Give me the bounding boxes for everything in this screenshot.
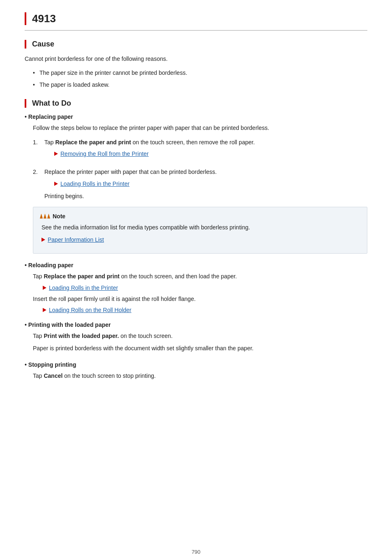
stopping-printing-label: Stopping printing [25,361,367,368]
note-header: Note [40,213,360,220]
reloading-body2: Insert the roll paper firmly until it is… [33,294,367,303]
note-arrow-icon [42,238,45,242]
reloading-paper-body: Tap Replace the paper and print on the t… [25,272,367,313]
page-wrapper: 4913 Cause Cannot print borderless for o… [25,12,367,555]
what-to-do-heading: What to Do [25,99,367,108]
printing-loaded-body2: Paper is printed borderless with the doc… [33,344,367,353]
loading-rolls-printer-link-1[interactable]: Loading Rolls in the Printer [60,179,129,188]
step-1-number: 1. [33,138,40,162]
reloading-bold: Replace the paper and print [44,273,119,280]
removing-roll-link[interactable]: Removing the Roll from the Printer [60,149,149,158]
reloading-arrow-icon-2 [43,308,46,312]
page-title: 4913 [25,12,367,25]
step-2-number: 2. [33,167,40,201]
note-triangle-2 [44,214,46,219]
replacing-paper-label: Replacing paper [25,113,367,120]
printing-loaded-tap-text: Tap Print with the loaded paper. on the … [33,331,367,340]
stopping-bold: Cancel [44,372,62,379]
stopping-printing-body: Tap Cancel on the touch screen to stop p… [25,371,367,380]
what-to-do-section: What to Do Replacing paper Follow the st… [25,99,367,380]
note-triangle-1 [40,214,43,219]
step-1-text-before: Tap [44,139,55,146]
replacing-paper-intro: Follow the steps below to replace the pr… [33,123,367,132]
note-triangle-3 [47,214,50,219]
cause-bullet-1: The paper size in the printer cannot be … [33,68,367,77]
step-2: 2. Replace the printer paper with paper … [33,167,367,201]
step-2-arrow-icon [54,182,58,186]
note-icon [40,214,50,219]
stopping-tap-text: Tap Cancel on the touch screen to stop p… [33,371,367,380]
step-2-link-row: Loading Rolls in the Printer [44,179,367,188]
replacing-paper-subsection: Replacing paper Follow the steps below t… [25,113,367,254]
step-1-link-row: Removing the Roll from the Printer [44,149,367,158]
printing-loaded-paper-body: Tap Print with the loaded paper. on the … [25,331,367,353]
loading-rolls-holder-link[interactable]: Loading Rolls on the Roll Holder [49,307,131,313]
loading-rolls-printer-link-2[interactable]: Loading Rolls in the Printer [49,284,118,291]
replacing-paper-body: Follow the steps below to replace the pr… [25,123,367,254]
cause-intro: Cannot print borderless for one of the f… [25,54,367,63]
reloading-link1-row: Loading Rolls in the Printer [33,284,367,291]
title-section: 4913 [25,12,367,31]
step-2-text: Replace the printer paper with paper tha… [44,169,217,175]
cause-section: Cause Cannot print borderless for one of… [25,40,367,89]
note-link-row: Paper Information List [42,235,360,244]
note-body: See the media information list for media… [40,223,360,245]
reloading-tap-text: Tap Replace the paper and print on the t… [33,272,367,281]
step-1-text-after: on the touch screen, then remove the rol… [131,139,255,146]
step-1-content: Tap Replace the paper and print on the t… [44,138,367,162]
reloading-paper-subsection: Reloading paper Tap Replace the paper an… [25,262,367,313]
step-1: 1. Tap Replace the paper and print on th… [33,138,367,162]
page-number: 790 [25,549,367,555]
cause-bullet-2: The paper is loaded askew. [33,80,367,89]
note-text: See the media information list for media… [42,223,360,232]
printing-loaded-paper-label: Printing with the loaded paper [25,321,367,328]
printing-begins-text: Printing begins. [44,192,367,201]
printing-loaded-paper-subsection: Printing with the loaded paper Tap Print… [25,321,367,353]
note-label: Note [53,213,65,220]
step-1-bold: Replace the paper and print [55,139,131,146]
step-2-content: Replace the printer paper with paper tha… [44,167,367,201]
note-box: Note See the media information list for … [33,207,367,254]
paper-info-list-link[interactable]: Paper Information List [48,235,104,244]
replacing-paper-steps: 1. Tap Replace the paper and print on th… [33,138,367,201]
step-1-arrow-icon [54,152,58,156]
reloading-link2-row: Loading Rolls on the Roll Holder [33,307,367,313]
stopping-printing-subsection: Stopping printing Tap Cancel on the touc… [25,361,367,380]
reloading-arrow-icon-1 [43,286,46,290]
reloading-paper-label: Reloading paper [25,262,367,268]
printing-loaded-bold: Print with the loaded paper. [44,333,119,339]
cause-bullet-list: The paper size in the printer cannot be … [25,68,367,89]
cause-heading: Cause [25,40,367,49]
